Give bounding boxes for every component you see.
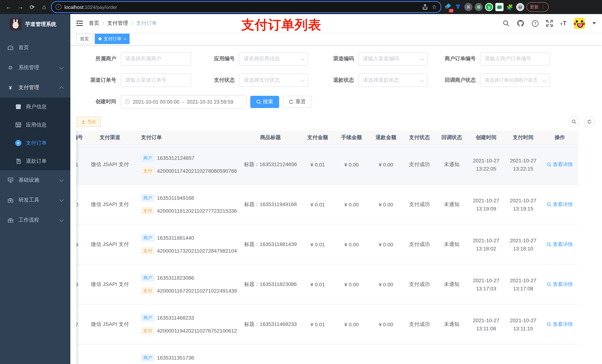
search-icon: [547, 322, 551, 326]
close-icon[interactable]: ×: [124, 37, 126, 41]
user-avatar[interactable]: [574, 18, 585, 29]
sidebar-item-devtools[interactable]: 研发工具: [0, 190, 70, 210]
view-detail-link[interactable]: 查看详情: [547, 201, 573, 208]
extension-record-icon[interactable]: [475, 3, 483, 11]
table-row[interactable]: 商户 1635311351736 支付: [76, 344, 578, 364]
export-button[interactable]: 导出: [76, 116, 101, 127]
sidebar-item-system[interactable]: ⚙ 系统管理: [0, 58, 70, 78]
merchant-order-no: 1635311881440: [157, 235, 194, 241]
bookmark-star-icon[interactable]: ☆: [432, 4, 437, 10]
sidebar-item-refund-order[interactable]: 退款订单: [0, 152, 70, 170]
yen-circle-icon: ¥: [15, 140, 22, 146]
extension-chat-icon[interactable]: [495, 3, 504, 11]
table-row[interactable]: 19 微信 JSAPI 支付 商户 1635311881440 支付 42000…: [76, 225, 578, 264]
view-detail-label: 查看详情: [553, 201, 573, 208]
tab-home[interactable]: 首页: [76, 34, 93, 44]
sidebar: 芋道管理系统 首页 ⚙ 系统管理 ¥ 支付管理: [0, 14, 70, 364]
app-logo[interactable]: 芋道管理系统: [0, 14, 70, 35]
browser-menu-icon[interactable]: ⋮: [541, 4, 545, 10]
date-range-picker[interactable]: 2021-10-01 00:00:00 - 2021-10-31 23:59:5…: [121, 95, 247, 108]
browser-forward-button[interactable]: →: [16, 2, 25, 12]
pay-status-select[interactable]: 请选择支付状态: [239, 74, 308, 87]
clock-icon: [125, 99, 130, 104]
tab-pay-order[interactable]: 支付订单 ×: [95, 34, 130, 44]
search-icon: [572, 119, 576, 124]
browser-back-button[interactable]: ←: [4, 2, 13, 12]
sidebar-item-infra[interactable]: 基础设施: [0, 170, 70, 190]
profile-emoji-icon[interactable]: 😃: [516, 3, 524, 11]
cell-title: 标题：1635311881439: [240, 241, 301, 248]
breadcrumb-payment[interactable]: 支付管理: [107, 20, 128, 27]
extension-y-icon[interactable]: y: [485, 3, 493, 11]
channel-code-select[interactable]: 请输入渠道编码: [358, 52, 428, 65]
app-title: 芋道管理系统: [25, 21, 56, 28]
search-icon: [547, 202, 551, 207]
tab-label: 首页: [80, 36, 89, 42]
merchant-order-line: 商户 1635311351736: [141, 354, 194, 361]
share-icon[interactable]: [422, 4, 428, 10]
cell-notify-status: 未通知: [436, 281, 468, 288]
breadcrumb-current: 支付订单: [136, 20, 157, 27]
refresh-table-button[interactable]: [584, 116, 595, 127]
sidebar-item-payment[interactable]: ¥ 支付管理: [0, 78, 70, 98]
toggle-search-button[interactable]: [569, 116, 579, 127]
breadcrumb-home[interactable]: 首页: [89, 20, 99, 27]
extensions-puzzle-icon[interactable]: 🧩: [506, 3, 514, 11]
fullscreen-icon[interactable]: [546, 20, 553, 27]
pay-date: 2021-10-27: [510, 156, 536, 165]
table-header: 编号 支付渠道 支付订单 商品标题 支付金额 手续金额 退款金额 支付状态 回调…: [76, 131, 578, 145]
address-bar[interactable]: i localhost:1024/pay/order ☆: [51, 1, 441, 13]
sidebar-item-app-info[interactable]: 应用信息: [0, 116, 70, 134]
view-detail-link[interactable]: 查看详情: [547, 281, 573, 288]
extension-command-icon[interactable]: ⌘: [464, 3, 473, 11]
font-size-icon[interactable]: TT: [560, 20, 567, 26]
browser-home-button[interactable]: ⌂: [39, 2, 49, 12]
table-row[interactable]: 20 微信 JSAPI 支付 商户 1635311949168 支付 42000…: [76, 185, 578, 225]
reset-button[interactable]: 重置: [283, 96, 312, 108]
col-id: 编号: [76, 134, 89, 141]
sidebar-item-label: 支付订单: [26, 140, 47, 146]
col-channel: 支付渠道: [89, 134, 131, 141]
site-info-icon[interactable]: i: [55, 4, 62, 10]
view-detail-link[interactable]: 查看详情: [547, 241, 573, 248]
cell-fee-amount: ¥ 0.00: [334, 241, 369, 247]
help-icon[interactable]: ?: [532, 20, 539, 27]
search-icon: [547, 242, 551, 247]
sidebar-item-merchant-info[interactable]: 商户信息: [0, 98, 70, 116]
table-row[interactable]: 18 微信 JSAPI 支付 商户 1635311823086 支付 42000…: [76, 264, 578, 304]
view-detail-link[interactable]: 查看详情: [547, 161, 573, 168]
app-select[interactable]: 请选择应用信息: [239, 52, 308, 65]
pay-date: 2021-10-27: [510, 196, 536, 204]
browser-reload-button[interactable]: ⟳: [27, 2, 37, 12]
notify-status-select[interactable]: 请选择订单回调商户状态: [480, 74, 550, 87]
sidebar-item-pay-order[interactable]: ¥ 支付订单: [0, 134, 70, 152]
pay-time: 13:18:10: [510, 244, 536, 252]
pay-time: 13:22:15: [510, 165, 536, 173]
refund-status-select[interactable]: 请选择退款状态: [358, 74, 428, 87]
extension-kite-icon[interactable]: [454, 3, 462, 11]
search-button[interactable]: 搜索: [250, 96, 279, 108]
browser-update-button[interactable]: 更新 ⋮: [527, 2, 549, 12]
table-row[interactable]: 21 微信 JSAPI 支付 商户 1635312124657 支付 42000…: [76, 145, 578, 185]
table-row[interactable]: 17 微信 JSAPI 支付 商户 1635311468233 支付 42000…: [76, 304, 578, 344]
merchant-tag: 商户: [141, 274, 154, 281]
extension-tag-icon[interactable]: 10: [443, 3, 452, 11]
channel-order-input[interactable]: 请输入渠道订单号: [121, 74, 191, 87]
sidebar-toggle-icon[interactable]: [76, 21, 83, 26]
pay-order-line: 支付 4200001173202110272847982104: [141, 247, 237, 254]
view-detail-link[interactable]: 查看详情: [547, 321, 573, 328]
svg-text:?: ?: [534, 21, 536, 25]
pay-order-line: 支付 4200001174202110278060590766: [141, 167, 237, 175]
sidebar-item-home[interactable]: 首页: [0, 38, 70, 58]
sidebar-item-workflow[interactable]: 工作流程: [0, 210, 70, 230]
avatar-dropdown-caret-icon[interactable]: [592, 22, 596, 24]
browser-toolbar: ← → ⟳ ⌂ i localhost:1024/pay/order ☆ 10 …: [0, 0, 602, 14]
cell-id: 20: [76, 201, 89, 207]
sidebar-item-label: 支付管理: [19, 84, 39, 91]
github-icon[interactable]: [517, 20, 524, 27]
page-content: 所属商户 请选择所属商户 应用编号 请选择应用信息 渠道编码 请输入渠道编码 商…: [70, 45, 602, 364]
merchant-input[interactable]: 请选择所属商户: [121, 52, 191, 65]
pay-time: 13:11:15: [510, 324, 536, 332]
merchant-order-input[interactable]: 请输入商户订单编号: [480, 52, 550, 65]
search-icon[interactable]: [503, 20, 509, 27]
